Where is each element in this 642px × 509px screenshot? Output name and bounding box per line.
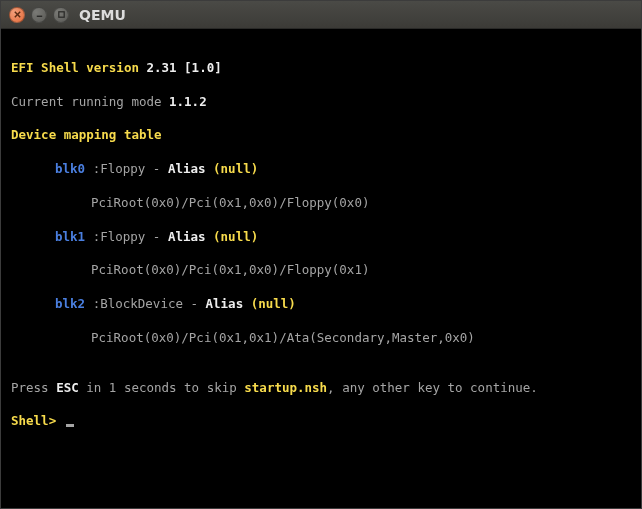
device-path: PciRoot(0x0)/Pci(0x1,0x1)/Ata(Secondary,…: [91, 330, 475, 345]
mapping-header: Device mapping table: [11, 127, 162, 142]
window-title: QEMU: [79, 7, 126, 23]
device-path: PciRoot(0x0)/Pci(0x1,0x0)/Floppy(0x0): [91, 195, 369, 210]
close-button[interactable]: [9, 7, 25, 23]
alias-value: (null): [213, 161, 258, 176]
press-script: startup.nsh: [244, 380, 327, 395]
device-dash: -: [183, 296, 206, 311]
device-id: blk0: [55, 161, 85, 176]
press-mid: in 1 seconds to skip: [79, 380, 245, 395]
device-path: PciRoot(0x0)/Pci(0x1,0x0)/Floppy(0x1): [91, 262, 369, 277]
alias-value: (null): [213, 229, 258, 244]
shell-prompt: Shell>: [11, 413, 64, 428]
titlebar[interactable]: QEMU: [1, 1, 641, 29]
window-controls: [9, 7, 69, 23]
press-prefix: Press: [11, 380, 56, 395]
alias-value: (null): [251, 296, 296, 311]
device-sep: :: [85, 161, 100, 176]
device-type: Floppy: [100, 161, 145, 176]
efi-header-prefix: EFI Shell version: [11, 60, 146, 75]
mode-value: 1.1.2: [169, 94, 207, 109]
device-id: blk2: [55, 296, 85, 311]
alias-label: Alias: [206, 296, 251, 311]
device-type: BlockDevice: [100, 296, 183, 311]
device-dash: -: [145, 161, 168, 176]
minimize-icon: [35, 10, 44, 19]
maximize-button[interactable]: [53, 7, 69, 23]
efi-version: 2.31 [1.0]: [146, 60, 221, 75]
maximize-icon: [57, 10, 66, 19]
device-dash: -: [145, 229, 168, 244]
device-sep: :: [85, 296, 100, 311]
cursor-icon: [66, 424, 74, 427]
svg-rect-3: [58, 12, 63, 17]
device-type: Floppy: [100, 229, 145, 244]
terminal-output[interactable]: EFI Shell version 2.31 [1.0] Current run…: [1, 29, 641, 508]
close-icon: [13, 10, 22, 19]
minimize-button[interactable]: [31, 7, 47, 23]
device-sep: :: [85, 229, 100, 244]
mode-prefix: Current running mode: [11, 94, 169, 109]
qemu-window: QEMU EFI Shell version 2.31 [1.0] Curren…: [0, 0, 642, 509]
alias-label: Alias: [168, 161, 213, 176]
press-key: ESC: [56, 380, 79, 395]
device-id: blk1: [55, 229, 85, 244]
press-suffix: , any other key to continue.: [327, 380, 538, 395]
alias-label: Alias: [168, 229, 213, 244]
